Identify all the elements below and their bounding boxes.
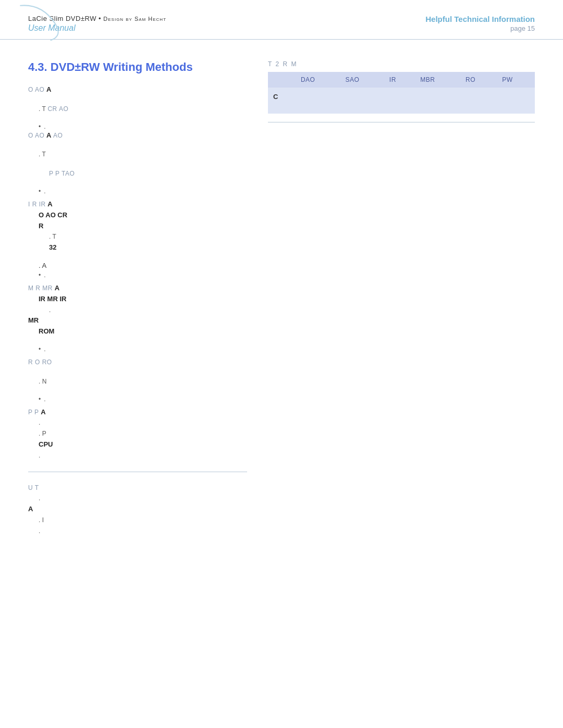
block6-bold3: ROM (39, 327, 54, 335)
left-column: 4.3. DVD±RW Writing Methods O AO A . T C… (28, 60, 247, 545)
block3-label: O AO (28, 132, 44, 139)
block5-line2: O AO CR (39, 211, 67, 219)
bullet-2: . (39, 188, 247, 195)
td-pw-val (497, 88, 535, 114)
block7a-text: . N (39, 378, 46, 385)
bullet-5: . (39, 396, 247, 403)
bullet-4: . (39, 346, 247, 353)
block2-text: . T (39, 105, 46, 113)
th-ir: IR (384, 72, 415, 88)
table-header-row: DAO SAO IR MBR RO PW (268, 72, 535, 88)
block8-line4: . (39, 452, 40, 459)
block6-label3: MR (28, 316, 39, 324)
methods-table: DAO SAO IR MBR RO PW C (268, 72, 535, 114)
content-block-1: O AO A (28, 84, 247, 95)
td-ro-val (460, 88, 497, 114)
page-header: LaCie Slim DVD±RW • Design by Sam Hecht … (0, 0, 563, 40)
block8-label: P P (28, 409, 39, 416)
th-empty (268, 72, 296, 88)
content-block-7a: . N (39, 376, 247, 387)
td-mbr-val (415, 88, 460, 114)
content-block-7: R O RO (28, 357, 247, 368)
td-c-label: C (268, 88, 296, 114)
bottom-line1: . I (39, 516, 44, 524)
block8-line3: . P (39, 430, 46, 437)
pp-tao-text: P P TAO (49, 170, 75, 177)
block3-label2: AO (53, 132, 63, 139)
content-block-5: I R IR A O AO CR R . T 32 (28, 199, 247, 253)
block6-line3: . (49, 306, 51, 314)
table-header: DAO SAO IR MBR RO PW (268, 72, 535, 88)
th-ro: RO (460, 72, 497, 88)
block8-line2: . (39, 419, 40, 426)
design-by-text: Design by Sam Hecht (103, 16, 166, 22)
block6-label: M R MR (28, 285, 53, 292)
section-title: 4.3. DVD±RW Writing Methods (28, 60, 247, 74)
table-body: C (268, 88, 535, 114)
right-divider (268, 122, 535, 122)
th-dao: DAO (296, 72, 340, 88)
helpful-title: Helpful Technical Information (425, 15, 535, 23)
td-sao-val (340, 88, 384, 114)
table-row: C (268, 88, 535, 114)
block8-bold: A (41, 408, 45, 416)
bottom-label: U T (28, 484, 39, 491)
content-block-8: P P A . . P CPU . (28, 407, 247, 461)
left-divider (28, 472, 247, 472)
bullet-1: . (39, 123, 247, 130)
block1-bold: A (46, 85, 51, 93)
th-sao: SAO (340, 72, 384, 88)
block3-bold: A (46, 131, 51, 139)
t2rm-label: T 2 R M (268, 60, 535, 68)
header-right: Helpful Technical Information page 15 (425, 15, 535, 32)
th-pw: PW (497, 72, 535, 88)
block1-label: O AO (28, 86, 44, 93)
block5-line4: . T (49, 233, 56, 240)
content-block-3: O AO A AO (28, 130, 247, 141)
block6-bold: A (55, 284, 59, 292)
td-dao-val (296, 88, 340, 114)
block4-text: . T (39, 151, 46, 158)
th-mbr: MBR (415, 72, 460, 88)
page-number: page 15 (425, 24, 535, 32)
brand-dot: • (99, 15, 103, 22)
bullet-3: . A (39, 262, 247, 269)
pp-tao-label: P P TAO (49, 168, 247, 179)
bottom-section: U T . A . I . (28, 483, 247, 537)
decorative-curve (16, 0, 68, 42)
block2-label2: CR AO (47, 105, 68, 113)
block5-bold: A (47, 200, 52, 208)
bottom-bold: A (28, 505, 33, 513)
content-block-4: . T (39, 149, 247, 160)
content-block-2: . T CR AO (39, 104, 247, 115)
bottom-bullet2: . (39, 527, 40, 535)
block7-label: R O RO (28, 359, 52, 366)
block5-label: I R IR (28, 201, 46, 208)
block5-num: 32 (49, 243, 56, 251)
content-block-6: M R MR A IR MR IR . MR ROM (28, 283, 247, 337)
bottom-bullet: . (39, 495, 40, 502)
right-column: T 2 R M DAO SAO IR MBR RO PW C (268, 60, 535, 545)
block8-cpu: CPU (39, 440, 53, 448)
block6-bold2: IR (59, 295, 66, 303)
main-content: 4.3. DVD±RW Writing Methods O AO A . T C… (0, 40, 563, 545)
td-ir-val (384, 88, 415, 114)
bullet-3b: . (39, 272, 247, 279)
section-number: 4.3. (28, 60, 47, 73)
block6-line2a: IR MR (39, 295, 58, 303)
block5-line3: R (39, 222, 43, 230)
